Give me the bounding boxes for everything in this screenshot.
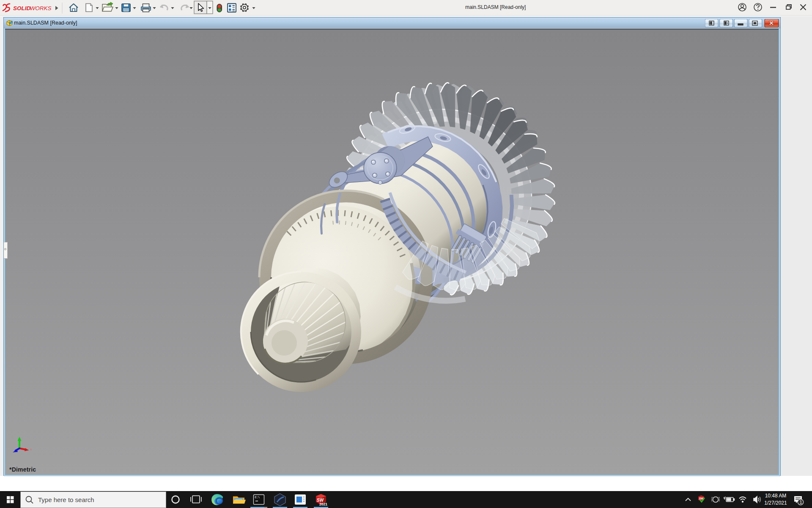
svg-text:WORKS: WORKS [30, 5, 52, 11]
svg-text:1: 1 [800, 500, 802, 505]
svg-text:SOLID: SOLID [13, 5, 31, 11]
svg-text:C:\: C:\ [255, 496, 260, 499]
svg-text:2021: 2021 [319, 502, 327, 506]
svg-text:x: x [30, 447, 32, 451]
